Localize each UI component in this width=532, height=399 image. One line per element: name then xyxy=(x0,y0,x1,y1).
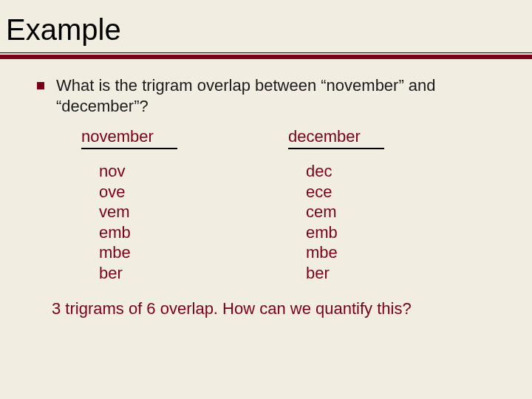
trigram: mbe xyxy=(99,242,131,263)
column-left: november nov ove vem emb mbe ber xyxy=(74,127,281,283)
trigram: ber xyxy=(306,263,338,284)
trigram-columns: november nov ove vem emb mbe ber decembe… xyxy=(74,127,502,283)
bullet-text: What is the trigram overlap between “nov… xyxy=(56,75,470,117)
trigram: ber xyxy=(99,263,131,284)
trigram: ove xyxy=(99,182,131,202)
trigram-list-left: nov ove vem emb mbe ber xyxy=(99,161,131,283)
title-rule xyxy=(0,52,532,59)
trigram: emb xyxy=(99,222,131,243)
trigram: cem xyxy=(306,202,338,222)
slide-title: Example xyxy=(6,13,526,47)
column-left-header: november xyxy=(81,127,154,146)
column-left-underline xyxy=(81,148,177,149)
trigram: emb xyxy=(306,222,338,243)
bullet-marker-icon xyxy=(37,82,44,89)
trigram-list-right: dec ece cem emb mbe ber xyxy=(306,161,338,283)
slide-content: What is the trigram overlap between “nov… xyxy=(0,59,532,318)
title-area: Example xyxy=(0,0,532,51)
trigram: vem xyxy=(99,202,131,222)
column-right-underline xyxy=(288,148,384,149)
rule-thin xyxy=(0,52,532,53)
bullet-item: What is the trigram overlap between “nov… xyxy=(37,75,502,117)
trigram: ece xyxy=(306,182,338,202)
column-right: december dec ece cem emb mbe ber xyxy=(281,127,488,283)
trigram: dec xyxy=(306,161,338,182)
trigram: nov xyxy=(99,161,131,182)
footer-note: 3 trigrams of 6 overlap. How can we quan… xyxy=(52,299,502,318)
column-right-header: december xyxy=(288,127,361,146)
trigram: mbe xyxy=(306,242,338,263)
